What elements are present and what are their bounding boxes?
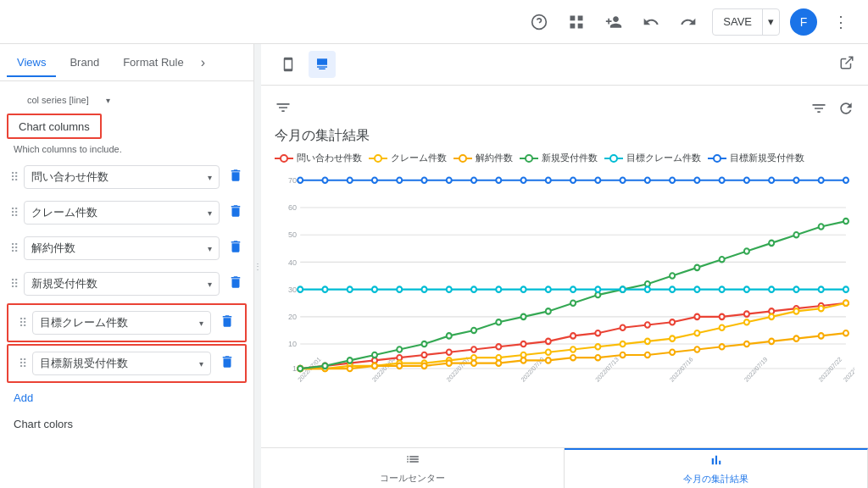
svg-point-143 bbox=[471, 286, 476, 291]
desktop-view-button[interactable] bbox=[309, 51, 336, 78]
svg-point-131 bbox=[744, 248, 749, 253]
svg-text:2022/07/19: 2022/07/19 bbox=[743, 356, 769, 384]
add-person-button[interactable] bbox=[600, 8, 627, 36]
bottom-tab-0[interactable]: コールセンター bbox=[261, 448, 565, 488]
more-button[interactable]: ⋮ bbox=[827, 8, 854, 36]
svg-point-149 bbox=[620, 286, 626, 291]
delete-series-3[interactable] bbox=[225, 271, 247, 297]
svg-point-18 bbox=[714, 155, 721, 162]
mobile-view-button[interactable] bbox=[275, 51, 302, 78]
add-button[interactable]: Add bbox=[0, 385, 47, 411]
chart-refresh-icon[interactable] bbox=[837, 100, 854, 120]
bottom-tab-icon-0 bbox=[405, 452, 420, 470]
svg-point-139 bbox=[372, 286, 377, 291]
svg-text:10: 10 bbox=[288, 340, 297, 348]
svg-rect-4 bbox=[570, 23, 576, 28]
svg-point-77 bbox=[546, 350, 551, 355]
svg-text:20: 20 bbox=[288, 313, 297, 321]
svg-point-86 bbox=[769, 314, 774, 319]
chart-title: 今月の集計結果 bbox=[275, 127, 854, 145]
grid-button[interactable] bbox=[563, 8, 590, 36]
save-button[interactable]: SAVE ▾ bbox=[712, 8, 780, 36]
help-button[interactable] bbox=[526, 8, 553, 36]
bottom-tab-1[interactable]: 今月の集計結果 bbox=[565, 448, 868, 488]
legend-item: クレーム件数 bbox=[369, 152, 447, 164]
svg-point-104 bbox=[645, 352, 650, 358]
svg-point-94 bbox=[397, 363, 402, 369]
drag-handle[interactable]: ⠿ bbox=[19, 357, 27, 370]
series-name-0[interactable]: 問い合わせ件数 ▾ bbox=[24, 165, 220, 189]
series-name-4[interactable]: 目標クレーム件数 ▾ bbox=[32, 311, 211, 335]
col-series-section: col series [line] ▾ bbox=[0, 88, 253, 112]
panel-resizer[interactable]: ⋮ bbox=[254, 44, 261, 488]
svg-point-148 bbox=[595, 286, 600, 291]
top-toolbar: SAVE ▾ F ⋮ bbox=[0, 0, 868, 44]
svg-point-132 bbox=[769, 241, 774, 246]
svg-point-141 bbox=[421, 286, 426, 291]
chart-filter-icon[interactable] bbox=[810, 100, 827, 120]
filter-icon[interactable] bbox=[275, 99, 292, 120]
tab-views[interactable]: Views bbox=[7, 49, 56, 77]
chart-legend: 問い合わせ件数 クレーム件数 解約件数 新規受付件数 目標クレーム件数 目標新規… bbox=[275, 152, 854, 164]
svg-point-109 bbox=[769, 339, 774, 344]
svg-point-151 bbox=[670, 286, 675, 291]
bottom-tab-label-0: コールセンター bbox=[380, 472, 445, 485]
svg-point-163 bbox=[397, 178, 402, 183]
series-name-1[interactable]: クレーム件数 ▾ bbox=[24, 201, 220, 225]
drag-handle[interactable]: ⠿ bbox=[10, 206, 19, 219]
avatar[interactable]: F bbox=[790, 8, 817, 36]
tab-brand[interactable]: Brand bbox=[59, 49, 109, 77]
svg-point-110 bbox=[793, 336, 798, 341]
drag-handle[interactable]: ⠿ bbox=[19, 316, 27, 330]
chart-container: 今月の集計結果 問い合わせ件数 クレーム件数 解約件数 新規受付件数 bbox=[261, 86, 868, 447]
svg-point-167 bbox=[496, 178, 501, 183]
legend-item: 問い合わせ件数 bbox=[275, 152, 362, 164]
svg-point-59 bbox=[670, 319, 675, 324]
legend-item: 目標新規受付件数 bbox=[708, 152, 804, 164]
drag-handle[interactable]: ⠿ bbox=[10, 170, 19, 184]
delete-series-1[interactable] bbox=[225, 200, 247, 225]
svg-point-113 bbox=[298, 366, 303, 371]
redo-button[interactable] bbox=[675, 8, 702, 36]
svg-point-146 bbox=[546, 286, 551, 291]
svg-point-108 bbox=[744, 341, 749, 347]
svg-point-98 bbox=[496, 360, 501, 365]
col-series-label: col series [line] bbox=[14, 92, 103, 108]
delete-series-2[interactable] bbox=[225, 236, 247, 261]
bottom-bar: コールセンター 今月の集計結果 bbox=[261, 447, 868, 488]
panel-content: col series [line] ▾ Chart columns Which … bbox=[0, 81, 253, 488]
drag-handle[interactable]: ⠿ bbox=[10, 277, 19, 291]
svg-point-161 bbox=[348, 178, 353, 183]
svg-point-57 bbox=[620, 325, 626, 330]
tab-format-rule[interactable]: Format Rule bbox=[113, 49, 194, 77]
svg-text:2022/07/22: 2022/07/22 bbox=[817, 356, 843, 384]
legend-item: 解約件数 bbox=[453, 152, 513, 164]
delete-series-5[interactable] bbox=[216, 351, 238, 376]
svg-point-170 bbox=[570, 178, 576, 183]
svg-point-107 bbox=[720, 344, 725, 349]
svg-point-100 bbox=[546, 358, 551, 363]
chart-columns-header: Chart columns bbox=[7, 114, 102, 139]
series-name-5[interactable]: 目標新規受付件数 ▾ bbox=[32, 352, 211, 375]
chart-columns-label: Chart columns bbox=[19, 120, 90, 133]
svg-point-154 bbox=[744, 286, 749, 291]
series-name-2[interactable]: 解約件数 ▾ bbox=[24, 236, 220, 260]
delete-series-4[interactable] bbox=[216, 310, 238, 336]
series-item: ⠿ 目標クレーム件数 ▾ bbox=[7, 303, 247, 342]
tab-more[interactable]: › bbox=[198, 52, 209, 74]
delete-series-0[interactable] bbox=[225, 164, 247, 190]
svg-point-85 bbox=[744, 319, 749, 324]
series-list: ⠿ 問い合わせ件数 ▾ ⠿ クレーム件数 ▾ ⠿ 解約件数 ▾ ⠿ 新規受付件数… bbox=[0, 159, 253, 383]
svg-point-169 bbox=[546, 178, 551, 183]
svg-point-145 bbox=[521, 286, 526, 291]
svg-text:2022/07/23: 2022/07/23 bbox=[842, 356, 854, 384]
undo-button[interactable] bbox=[637, 8, 665, 36]
svg-point-96 bbox=[447, 360, 452, 365]
svg-point-147 bbox=[570, 286, 576, 291]
series-item: ⠿ 目標新規受付件数 ▾ bbox=[7, 344, 247, 383]
svg-point-106 bbox=[694, 347, 699, 352]
series-name-3[interactable]: 新規受付件数 ▾ bbox=[24, 272, 220, 296]
drag-handle[interactable]: ⠿ bbox=[10, 241, 19, 255]
external-link-button[interactable] bbox=[839, 55, 854, 75]
main-content: Views Brand Format Rule › col series [li… bbox=[0, 44, 868, 488]
